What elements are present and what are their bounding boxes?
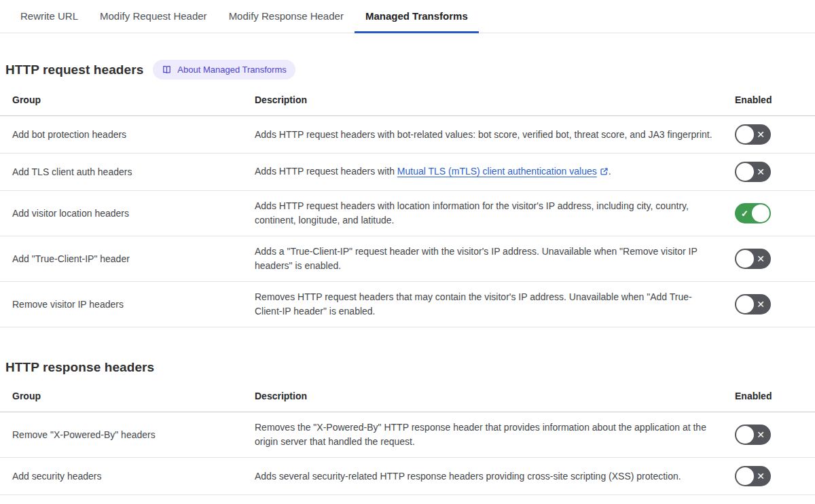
toggle-knob — [736, 126, 754, 143]
table-row: Add "True-Client-IP" headerAdds a "True-… — [0, 236, 815, 282]
enabled-cell: ✓✕ — [734, 116, 815, 153]
description-cell: Adds a "True-Client-IP" request header w… — [244, 236, 734, 281]
description-cell: Adds several security-related HTTP respo… — [244, 461, 734, 492]
group-cell: Remove "X-Powered-By" headers — [0, 420, 244, 450]
column-header-group: Group — [0, 87, 244, 115]
enabled-cell: ✓✕ — [734, 286, 815, 323]
group-cell: Add visitor location headers — [0, 198, 244, 229]
enabled-toggle[interactable]: ✓✕ — [735, 124, 771, 145]
x-icon: ✕ — [757, 130, 765, 139]
description-cell: Adds HTTP request headers with Mutual TL… — [244, 156, 734, 188]
managed-transforms-page: HTTP request headers About Managed Trans… — [0, 60, 815, 495]
http-response-headers-section: HTTP response headers Group Description … — [0, 359, 815, 495]
column-header-description: Description — [244, 383, 734, 412]
enabled-toggle[interactable]: ✓✕ — [735, 466, 771, 486]
table-row: Add TLS client auth headersAdds HTTP req… — [0, 154, 815, 191]
description-cell: Adds HTTP request headers with location … — [244, 191, 734, 236]
table-header-row: Group Description Enabled — [0, 87, 815, 116]
enabled-toggle[interactable]: ✓✕ — [735, 203, 771, 223]
tab-managed-transforms[interactable]: Managed Transforms — [355, 0, 479, 33]
x-icon: ✕ — [757, 300, 765, 309]
table-row: Remove visitor IP headersRemoves HTTP re… — [0, 282, 815, 327]
enabled-cell: ✓✕ — [734, 240, 815, 277]
x-icon: ✕ — [757, 167, 765, 177]
group-cell: Add "True-Client-IP" header — [0, 244, 244, 274]
description-cell: Adds HTTP request headers with bot-relat… — [244, 120, 734, 150]
group-cell: Add security headers — [0, 461, 244, 492]
column-header-enabled: Enabled — [734, 87, 815, 115]
external-link-icon — [600, 166, 609, 180]
column-header-enabled: Enabled — [734, 383, 815, 412]
toggle-knob — [736, 295, 754, 313]
enabled-cell: ✓✕ — [734, 154, 815, 190]
table-row: Add bot protection headersAdds HTTP requ… — [0, 116, 815, 154]
table-row: Remove "X-Powered-By" headersRemoves the… — [0, 412, 815, 458]
about-managed-transforms-badge[interactable]: About Managed Transforms — [153, 60, 295, 79]
section-title-response: HTTP response headers — [5, 359, 154, 376]
description-cell: Removes HTTP request headers that may co… — [244, 282, 734, 327]
mtls-doc-link[interactable]: Mutual TLS (mTLS) client authentication … — [397, 166, 597, 177]
group-cell: Add TLS client auth headers — [0, 157, 244, 187]
tab-rewrite-url[interactable]: Rewrite URL — [10, 0, 89, 33]
enabled-cell: ✓✕ — [734, 416, 815, 453]
section-title-request: HTTP request headers — [5, 62, 143, 78]
http-request-headers-section: HTTP request headers About Managed Trans… — [0, 60, 815, 327]
toggle-knob — [752, 204, 769, 222]
toggle-knob — [736, 426, 754, 444]
tab-modify-request-header[interactable]: Modify Request Header — [89, 0, 218, 33]
toggle-knob — [736, 467, 754, 485]
enabled-cell: ✓✕ — [734, 458, 815, 494]
request-headers-table: Group Description Enabled Add bot protec… — [0, 87, 815, 327]
book-icon — [162, 65, 172, 75]
table-header-row: Group Description Enabled — [0, 383, 815, 412]
toggle-knob — [736, 250, 754, 268]
tab-modify-response-header[interactable]: Modify Response Header — [218, 0, 355, 33]
enabled-toggle[interactable]: ✓✕ — [735, 425, 771, 445]
check-icon: ✓ — [741, 209, 748, 218]
tab-bar: Rewrite URLModify Request HeaderModify R… — [0, 0, 815, 33]
column-header-description: Description — [244, 87, 734, 115]
group-cell: Remove visitor IP headers — [0, 289, 244, 320]
column-header-group: Group — [0, 383, 244, 412]
x-icon: ✕ — [757, 254, 765, 264]
x-icon: ✕ — [757, 471, 765, 481]
table-row: Add visitor location headersAdds HTTP re… — [0, 191, 815, 236]
toggle-knob — [736, 163, 754, 181]
enabled-cell: ✓✕ — [734, 195, 815, 232]
enabled-toggle[interactable]: ✓✕ — [735, 162, 771, 182]
group-cell: Add bot protection headers — [0, 120, 244, 150]
badge-label: About Managed Transforms — [177, 65, 286, 75]
enabled-toggle[interactable]: ✓✕ — [735, 294, 771, 314]
enabled-toggle[interactable]: ✓✕ — [735, 249, 771, 269]
description-cell: Removes the "X-Powered-By" HTTP response… — [244, 412, 734, 457]
response-headers-table: Group Description Enabled Remove "X-Powe… — [0, 383, 815, 495]
table-row: Add security headersAdds several securit… — [0, 458, 815, 495]
x-icon: ✕ — [757, 430, 765, 439]
